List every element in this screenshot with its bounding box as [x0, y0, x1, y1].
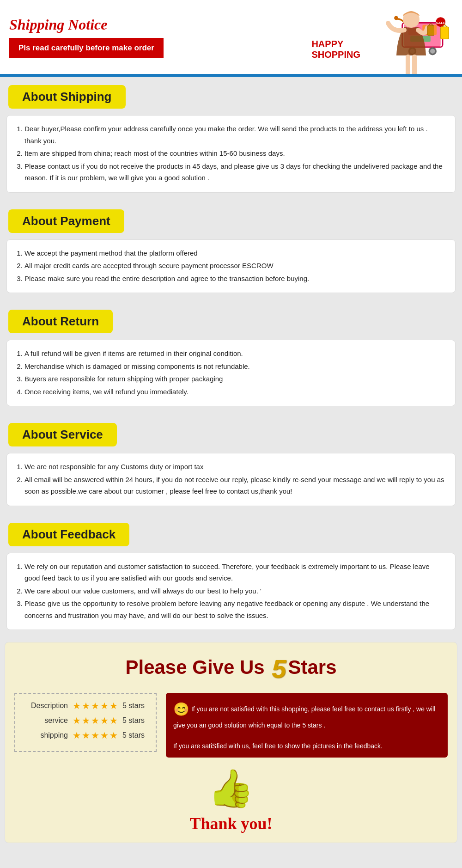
service-count: 5 stars [122, 716, 145, 725]
list-item: Please contact us if you do not receive … [24, 160, 446, 184]
list-item: All major credit cards are accepted thro… [24, 260, 446, 272]
header: Shipping Notice Pls read carefully befor… [0, 0, 462, 74]
stars-row-shipping: shipping ★ ★ ★ ★ ★ 5 stars [26, 730, 145, 741]
title-prefix: Please Give Us [125, 656, 270, 678]
star-icon: ★ [82, 700, 90, 711]
desc-label: Description [26, 702, 68, 710]
stars-row-container: Description ★ ★ ★ ★ ★ 5 stars service ★ … [14, 693, 448, 758]
dark-box-line1: If you are not satisfied with this shopp… [173, 705, 435, 729]
title-suffix: Stars [288, 656, 336, 678]
list-item: Merchandise which is damaged or missing … [24, 361, 446, 373]
desc-stars: ★ ★ ★ ★ ★ [73, 700, 118, 711]
thank-you-area: 👍 Thank you! [14, 767, 448, 833]
stars-section: Please Give Us 5Stars Description ★ ★ ★ … [5, 642, 457, 843]
desc-count: 5 stars [122, 702, 145, 710]
star-icon: ★ [91, 700, 99, 711]
list-item: Once receiving items, we will refund you… [24, 386, 446, 398]
five-number: 5 [272, 654, 286, 684]
page-title: Shipping Notice [9, 16, 164, 33]
svg-rect-14 [406, 55, 410, 74]
star-icon: ★ [82, 730, 90, 741]
feedback-label: About Feedback [8, 523, 129, 546]
thank-you-text: Thank you! [14, 814, 448, 833]
list-item: We rely on our reputation and customer s… [24, 561, 446, 584]
svg-rect-15 [412, 55, 417, 74]
list-item: Dear buyer,Please confirm your address c… [24, 123, 446, 147]
list-item: Buyers are responsible for return shippi… [24, 373, 446, 385]
stars-row-description: Description ★ ★ ★ ★ ★ 5 stars [26, 700, 145, 711]
dark-box-line2: If you are satiSfied with us, feel free … [173, 742, 383, 750]
star-icon: ★ [73, 700, 81, 711]
list-item: We are not responsible for any Customs d… [24, 461, 446, 473]
woman-figure [379, 9, 453, 74]
list-item: We care about our value customers, and w… [24, 585, 446, 597]
feedback-section: About Feedback We rely on our reputation… [0, 514, 462, 639]
star-icon: ★ [100, 700, 109, 711]
star-icon: ★ [109, 700, 118, 711]
star-icon: ★ [109, 730, 118, 741]
stars-row-service: service ★ ★ ★ ★ ★ 5 stars [26, 715, 145, 726]
list-item: We accept the payment method that the pl… [24, 247, 446, 259]
payment-content: We accept the payment method that the pl… [6, 239, 456, 293]
star-icon: ★ [100, 730, 109, 741]
give-us-title: Please Give Us 5Stars [14, 654, 448, 684]
service-content: We are not responsible for any Customs d… [6, 453, 456, 506]
service-label: About Service [8, 423, 117, 446]
star-icon: ★ [82, 715, 90, 726]
list-item: Please make sure you read the entire des… [24, 273, 446, 285]
happy-shopping: HAPPY SHOPPING [311, 39, 360, 60]
return-label: About Return [8, 310, 113, 333]
payment-section: About Payment We accept the payment meth… [0, 201, 462, 302]
shipping-count: 5 stars [122, 731, 145, 740]
thumbs-up-icon: 👍 [14, 767, 448, 810]
service-label-stars: service [26, 716, 68, 725]
star-icon: ★ [100, 715, 109, 726]
dark-red-box: 😊 If you are not satisfied with this sho… [166, 693, 448, 758]
return-content: A full refund will be given if items are… [6, 340, 456, 406]
shipping-label: About Shipping [8, 85, 126, 109]
star-icon: ★ [73, 730, 81, 741]
read-banner: Pls read carefully before make order [9, 38, 164, 58]
star-icon: ★ [73, 715, 81, 726]
shipping-section: About Shipping Dear buyer,Please confirm… [0, 77, 462, 201]
payment-label: About Payment [8, 209, 124, 233]
feedback-content: We rely on our reputation and customer s… [6, 553, 456, 630]
list-item: All email will be answered within 24 hou… [24, 474, 446, 497]
shipping-label-stars: shipping [26, 731, 68, 740]
star-icon: ★ [91, 730, 99, 741]
service-stars: ★ ★ ★ ★ ★ [73, 715, 118, 726]
list-item: Please give us the opportunity to resolv… [24, 598, 446, 621]
service-section: About Service We are not responsible for… [0, 415, 462, 514]
star-icon: ★ [109, 715, 118, 726]
smiley-icon: 😊 [173, 699, 189, 720]
shipping-content: Dear buyer,Please confirm your address c… [6, 115, 456, 193]
list-item: A full refund will be given if items are… [24, 348, 446, 360]
list-item: Item are shipped from china; reach most … [24, 147, 446, 159]
return-section: About Return A full refund will be given… [0, 301, 462, 415]
svg-rect-16 [427, 25, 434, 36]
shipping-stars: ★ ★ ★ ★ ★ [73, 730, 118, 741]
header-right: SALE HAPPY SHOPPING [388, 9, 453, 65]
header-left: Shipping Notice Pls read carefully befor… [9, 16, 164, 58]
stars-table-box: Description ★ ★ ★ ★ ★ 5 stars service ★ … [14, 693, 157, 752]
star-icon: ★ [91, 715, 99, 726]
